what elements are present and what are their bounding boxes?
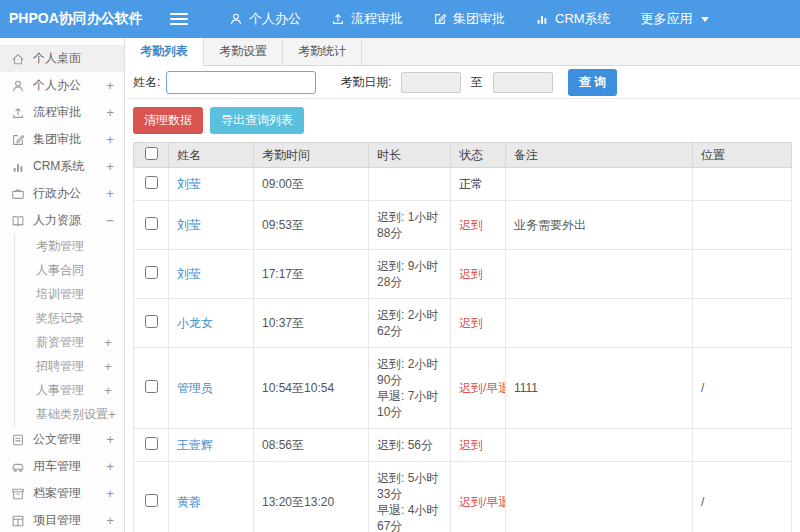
topnav-item-label: CRM系统 bbox=[555, 10, 611, 28]
sidebar: 个人桌面个人办公+流程审批+集团审批+CRM系统+行政办公+人力资源−考勤管理人… bbox=[0, 38, 125, 532]
sidebar-subitem-personnel-contract[interactable]: 人事合同 bbox=[15, 258, 124, 282]
row-checkbox[interactable] bbox=[145, 266, 158, 279]
topnav-item-more-apps[interactable]: 更多应用 bbox=[626, 0, 724, 38]
employee-name-link[interactable]: 刘莹 bbox=[177, 177, 201, 191]
hamburger-menu-icon[interactable] bbox=[170, 10, 188, 28]
sidebar-subitem-personnel-management[interactable]: 人事管理+ bbox=[15, 378, 124, 402]
table-body: 刘莹09:00至正常刘莹09:53至迟到: 1小时88分迟到业务需要外出刘莹17… bbox=[134, 168, 792, 532]
share-icon bbox=[11, 106, 25, 120]
expand-plus-icon[interactable]: + bbox=[106, 159, 114, 174]
name-cell: 小龙女 bbox=[169, 299, 254, 348]
table-row: 小龙女10:37至迟到: 2小时62分迟到 bbox=[134, 299, 792, 348]
employee-name-link[interactable]: 刘莹 bbox=[177, 218, 201, 232]
employee-name-link[interactable]: 小龙女 bbox=[177, 316, 213, 330]
expand-plus-icon[interactable]: + bbox=[106, 432, 114, 447]
row-checkbox-cell bbox=[134, 250, 169, 299]
topnav-item-personal-office[interactable]: 个人办公 bbox=[214, 0, 316, 38]
column-header: 位置 bbox=[693, 143, 792, 168]
employee-name-link[interactable]: 王壹辉 bbox=[177, 438, 213, 452]
name-cell: 刘莹 bbox=[169, 201, 254, 250]
expand-plus-icon[interactable]: + bbox=[106, 459, 114, 474]
expand-plus-icon[interactable]: + bbox=[104, 335, 112, 350]
sidebar-item-label: 个人桌面 bbox=[33, 50, 114, 67]
attendance-time-text: 10:54至10:54 bbox=[262, 381, 334, 395]
briefcase-icon bbox=[11, 187, 25, 201]
row-checkbox[interactable] bbox=[145, 437, 158, 450]
tab-attendance-statistics[interactable]: 考勤统计 bbox=[283, 38, 362, 65]
sidebar-item-project-management[interactable]: 项目管理+ bbox=[0, 507, 124, 532]
row-checkbox-cell bbox=[134, 348, 169, 429]
duration-text: 迟到: 5小时33分 bbox=[377, 470, 442, 502]
export-list-button[interactable]: 导出查询列表 bbox=[210, 107, 304, 134]
name-cell: 王壹辉 bbox=[169, 429, 254, 462]
employee-name-link[interactable]: 黄蓉 bbox=[177, 495, 201, 509]
topnav-item-group-approval[interactable]: 集团审批 bbox=[418, 0, 520, 38]
location-cell bbox=[693, 201, 792, 250]
location-cell bbox=[693, 168, 792, 201]
topnav-item-crm-system[interactable]: CRM系统 bbox=[520, 0, 626, 38]
top-navigation: 个人办公流程审批集团审批CRM系统更多应用 bbox=[214, 0, 724, 38]
expand-plus-icon[interactable]: + bbox=[106, 78, 114, 93]
expand-plus-icon[interactable]: + bbox=[108, 407, 116, 422]
row-checkbox[interactable] bbox=[145, 315, 158, 328]
duration-text: 早退: 7小时10分 bbox=[377, 388, 442, 420]
duration-text: 迟到: 9小时28分 bbox=[377, 258, 442, 290]
sidebar-item-archive-management[interactable]: 档案管理+ bbox=[0, 480, 124, 507]
row-checkbox-cell bbox=[134, 201, 169, 250]
archive-icon bbox=[11, 487, 25, 501]
expand-plus-icon[interactable]: + bbox=[106, 513, 114, 528]
edit-icon bbox=[11, 133, 25, 147]
sidebar-subitem-salary-management[interactable]: 薪资管理+ bbox=[15, 330, 124, 354]
sidebar-item-admin-office[interactable]: 行政办公+ bbox=[0, 180, 124, 207]
employee-name-link[interactable]: 刘莹 bbox=[177, 267, 201, 281]
sidebar-subitem-basic-category-settings[interactable]: 基础类别设置+ bbox=[15, 402, 124, 426]
attendance-time-text: 09:00至 bbox=[262, 177, 304, 191]
status-badge: 迟到 bbox=[459, 438, 483, 452]
sidebar-item-label: 人力资源 bbox=[33, 212, 106, 229]
topnav-item-workflow-approval[interactable]: 流程审批 bbox=[316, 0, 418, 38]
row-checkbox[interactable] bbox=[145, 217, 158, 230]
expand-plus-icon[interactable]: + bbox=[104, 359, 112, 374]
sidebar-item-workflow-approval[interactable]: 流程审批+ bbox=[0, 99, 124, 126]
sidebar-item-personal-desktop[interactable]: 个人桌面 bbox=[0, 45, 124, 72]
sidebar-item-personal-office[interactable]: 个人办公+ bbox=[0, 72, 124, 99]
attendance-time-text: 08:56至 bbox=[262, 438, 304, 452]
date-from-input[interactable] bbox=[401, 72, 461, 93]
expand-plus-icon[interactable]: + bbox=[106, 486, 114, 501]
sidebar-subitem-label: 奖惩记录 bbox=[36, 310, 112, 327]
sidebar-subitem-attendance-management[interactable]: 考勤管理 bbox=[15, 234, 124, 258]
name-cell: 刘莹 bbox=[169, 168, 254, 201]
row-checkbox[interactable] bbox=[145, 176, 158, 189]
clean-data-button[interactable]: 清理数据 bbox=[133, 107, 203, 134]
name-input[interactable] bbox=[166, 71, 316, 94]
sidebar-item-vehicle-management[interactable]: 用车管理+ bbox=[0, 453, 124, 480]
note-cell bbox=[506, 250, 693, 299]
sidebar-item-crm-system[interactable]: CRM系统+ bbox=[0, 153, 124, 180]
row-checkbox[interactable] bbox=[145, 494, 158, 507]
collapse-minus-icon[interactable]: − bbox=[106, 213, 114, 228]
tab-attendance-settings[interactable]: 考勤设置 bbox=[204, 38, 283, 65]
main-content: 考勤列表考勤设置考勤统计 姓名: 考勤日期: 至 查 询 清理数据 导出查询列表… bbox=[125, 38, 800, 532]
date-to-input[interactable] bbox=[493, 72, 553, 93]
date-to-label: 至 bbox=[471, 74, 483, 91]
expand-plus-icon[interactable]: + bbox=[106, 105, 114, 120]
sidebar-item-label: CRM系统 bbox=[33, 158, 106, 175]
sidebar-subitem-reward-punishment-record[interactable]: 奖惩记录 bbox=[15, 306, 124, 330]
sidebar-item-human-resources[interactable]: 人力资源− bbox=[0, 207, 124, 234]
query-button[interactable]: 查 询 bbox=[568, 69, 617, 96]
expand-plus-icon[interactable]: + bbox=[104, 383, 112, 398]
time-cell: 17:17至 bbox=[254, 250, 369, 299]
sidebar-item-document-management[interactable]: 公文管理+ bbox=[0, 426, 124, 453]
employee-name-link[interactable]: 管理员 bbox=[177, 381, 213, 395]
select-all-checkbox[interactable] bbox=[145, 147, 158, 160]
sidebar-subitem-recruitment-management[interactable]: 招聘管理+ bbox=[15, 354, 124, 378]
expand-plus-icon[interactable]: + bbox=[106, 186, 114, 201]
sidebar-subitem-label: 考勤管理 bbox=[36, 238, 112, 255]
expand-plus-icon[interactable]: + bbox=[106, 132, 114, 147]
tab-attendance-list[interactable]: 考勤列表 bbox=[125, 38, 204, 66]
sidebar-subitem-training-management[interactable]: 培训管理 bbox=[15, 282, 124, 306]
name-label: 姓名: bbox=[133, 74, 160, 91]
row-checkbox[interactable] bbox=[145, 380, 158, 393]
caret-down-icon bbox=[701, 17, 709, 22]
sidebar-item-group-approval[interactable]: 集团审批+ bbox=[0, 126, 124, 153]
